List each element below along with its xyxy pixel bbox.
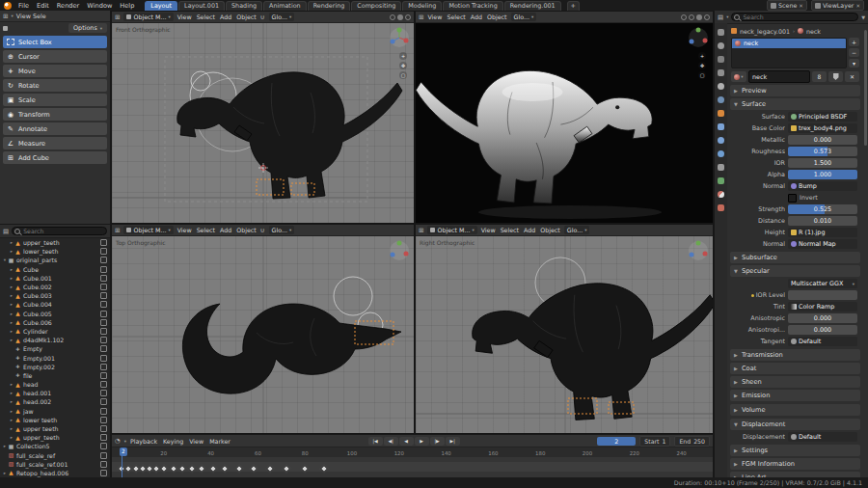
viewport-menu[interactable]: View xyxy=(177,14,192,20)
outliner-item[interactable]: ▸ d4adMk1.102 xyxy=(0,336,110,344)
workspace-tab[interactable]: Motion Tracking xyxy=(443,1,502,11)
outliner-item[interactable]: ▸ Retopo_head.006 xyxy=(0,469,110,477)
properties-editor-icon[interactable]: ▤ xyxy=(718,14,723,21)
timeline-menu[interactable]: Playback xyxy=(130,438,157,445)
selectability-checkbox[interactable] xyxy=(100,425,107,432)
orientation-dropdown[interactable]: Glo... ▾ xyxy=(564,226,590,234)
transport-button[interactable]: |◀ xyxy=(368,437,383,446)
material-name-field[interactable]: neck xyxy=(748,70,810,83)
topbar-menu[interactable]: Help xyxy=(119,2,135,10)
ior-slider[interactable]: 1.500 xyxy=(788,158,857,168)
distribution-dropdown[interactable]: Multiscatter GGX▾ xyxy=(788,279,857,288)
alpha-slider[interactable]: 1.000 xyxy=(788,170,857,179)
selectability-checkbox[interactable] xyxy=(100,266,107,273)
selectability-checkbox[interactable] xyxy=(100,443,107,449)
viewport-canvas-front[interactable]: Front Orthographic xyxy=(112,23,414,224)
tool-button[interactable]: Cursor xyxy=(3,50,107,63)
properties-tab[interactable] xyxy=(715,149,727,159)
outliner-item[interactable]: ▸ Cube.006 xyxy=(0,318,110,327)
wireframe-shading-icon[interactable] xyxy=(390,14,395,20)
workspace-tab[interactable]: Layout xyxy=(145,1,177,11)
solid-shading-icon[interactable] xyxy=(397,14,403,20)
properties-tab[interactable] xyxy=(715,108,727,119)
outliner-item[interactable]: ▸ Cube xyxy=(0,265,110,274)
panel-displacement[interactable]: ▼ Displacement xyxy=(730,419,860,430)
selectability-checkbox[interactable] xyxy=(100,390,107,396)
properties-tab[interactable] xyxy=(715,81,727,92)
selectability-checkbox[interactable] xyxy=(100,257,107,263)
pan-icon[interactable]: ✥ xyxy=(698,62,706,69)
selectability-checkbox[interactable] xyxy=(100,452,107,459)
panel-collapsed[interactable]: ▶ Settings xyxy=(730,445,860,456)
material-slot-list[interactable]: neck xyxy=(731,38,847,68)
selectability-checkbox[interactable] xyxy=(100,364,107,370)
camera-view-icon[interactable]: ▢ xyxy=(399,71,407,79)
selectability-checkbox[interactable] xyxy=(100,319,107,326)
selectability-checkbox[interactable] xyxy=(100,470,107,476)
topbar-menu[interactable]: File xyxy=(17,2,30,10)
viewport-menu[interactable]: Add xyxy=(471,14,482,20)
panel-volume[interactable]: ▶ Volume xyxy=(730,404,860,416)
outliner-item[interactable]: ▸ jaw xyxy=(0,407,110,416)
viewport-menu[interactable]: Select xyxy=(501,227,519,233)
zoom-icon[interactable]: + xyxy=(399,52,407,60)
workspace-tab[interactable]: Shading xyxy=(226,1,262,11)
viewport-menu[interactable]: Select xyxy=(447,14,465,20)
viewport-menu[interactable]: Object xyxy=(540,227,560,233)
outliner-item[interactable]: ▾ original_parts xyxy=(0,256,110,264)
panel-preview[interactable]: ▶ Preview xyxy=(730,85,860,96)
properties-tab[interactable] xyxy=(715,122,727,132)
blender-logo-icon[interactable] xyxy=(4,2,12,10)
outliner-item[interactable]: ▸ lower teeth xyxy=(0,416,110,424)
selectability-checkbox[interactable] xyxy=(100,345,107,352)
topbar-menu[interactable]: Edit xyxy=(36,2,50,10)
current-frame-field[interactable]: 2 xyxy=(597,437,636,446)
playhead[interactable]: 2 xyxy=(122,447,122,477)
start-frame-field[interactable]: Start 1 xyxy=(639,436,670,447)
workspace-tab[interactable]: Compositing xyxy=(351,1,401,11)
viewport-menu[interactable]: Object xyxy=(236,227,257,233)
options-dropdown[interactable]: Options ▾ xyxy=(68,23,107,33)
snap-magnet-icon[interactable]: ∪ xyxy=(260,227,265,234)
outliner-item[interactable]: ▸ Cylinder xyxy=(0,327,110,336)
filter-icon[interactable]: ▼ xyxy=(861,14,865,20)
wireframe-shading-icon[interactable] xyxy=(681,14,687,20)
properties-tab[interactable] xyxy=(715,68,727,78)
material-slot-selected[interactable]: neck xyxy=(732,39,846,48)
selectability-checkbox[interactable] xyxy=(100,417,107,423)
selectability-checkbox[interactable] xyxy=(100,355,107,362)
timeline-menu[interactable]: Keying xyxy=(163,438,183,445)
add-workspace-button[interactable]: + xyxy=(567,1,580,11)
properties-tab[interactable] xyxy=(715,176,727,186)
invert-checkbox[interactable] xyxy=(788,194,797,203)
transport-button[interactable]: ▶| xyxy=(446,437,460,446)
viewport-menu[interactable]: Select xyxy=(197,227,215,233)
transport-button[interactable]: |▶ xyxy=(430,437,445,446)
transport-button[interactable]: ▶ xyxy=(415,437,429,446)
tool-button[interactable]: Add Cube xyxy=(3,151,107,164)
properties-search-input[interactable] xyxy=(731,13,858,21)
camera-view-icon[interactable]: ▢ xyxy=(698,71,706,79)
selectability-checkbox[interactable] xyxy=(100,398,107,405)
panel-collapsed[interactable]: ▶ Line Art xyxy=(730,472,860,477)
viewport-menu[interactable]: Select xyxy=(197,14,215,20)
viewport-canvas-right[interactable]: Right Orthographic xyxy=(416,236,713,434)
properties-tab[interactable] xyxy=(715,54,727,65)
selectability-checkbox[interactable] xyxy=(100,311,107,317)
outliner-item[interactable]: ▸ Cube.005 xyxy=(0,310,110,318)
material-shading-icon[interactable] xyxy=(696,14,702,20)
nav-gizmo[interactable] xyxy=(389,27,410,48)
viewport-menu[interactable]: Add xyxy=(524,227,535,233)
outliner-item[interactable]: ▸ upper_teeth xyxy=(0,433,110,442)
outliner-item[interactable]: ▸ Collection5 xyxy=(0,442,110,450)
selectability-checkbox[interactable] xyxy=(100,372,107,379)
tool-button[interactable]: Move xyxy=(3,65,107,77)
viewport-menu[interactable]: Add xyxy=(220,14,231,20)
panel-collapsed[interactable]: ▶ Emission xyxy=(730,390,860,401)
properties-tab[interactable] xyxy=(715,135,727,146)
panel-subsurface[interactable]: ▶ Subsurface xyxy=(730,252,860,263)
properties-scrollbar[interactable] xyxy=(864,30,867,146)
remove-slot-button[interactable]: − xyxy=(849,48,859,57)
properties-tab[interactable] xyxy=(715,203,727,213)
outliner-item[interactable]: ▸ lower_teeth xyxy=(0,247,110,256)
